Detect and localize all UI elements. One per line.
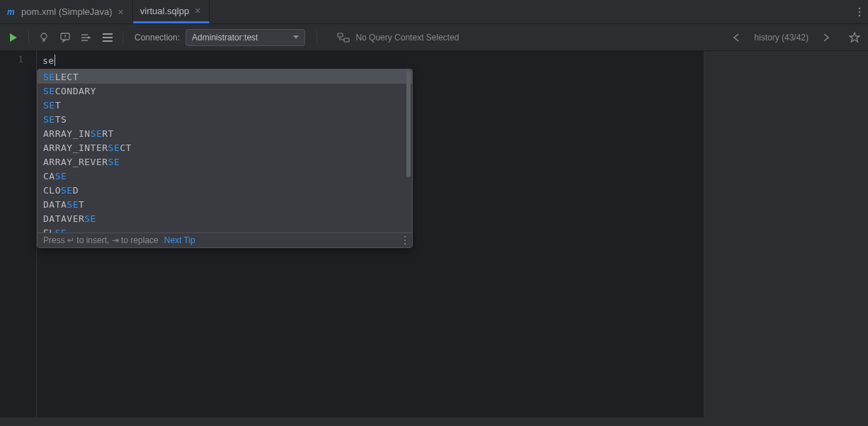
svg-point-1 [859,7,860,9]
svg-text:m: m [7,7,15,17]
svg-rect-6 [338,33,343,37]
svg-point-3 [859,14,860,16]
autocomplete-list[interactable]: SELECTSECONDARYSETSETSARRAY_INSERTARRAY_… [38,69,412,232]
right-panel [704,51,868,417]
no-context-label: No Query Context Selected [355,33,459,43]
autocomplete-item[interactable]: DATASET [38,197,412,211]
scrollbar-thumb[interactable] [406,71,411,177]
footer-more-icon[interactable] [404,235,406,245]
run-icon[interactable] [6,30,21,45]
more-icon[interactable] [851,6,868,18]
svg-rect-7 [344,38,349,42]
history-next-icon[interactable] [818,30,834,45]
menu-lines-icon[interactable] [100,30,115,45]
bulb-icon[interactable] [36,30,52,45]
footer-hint: Press ↵ to insert, ⇥ to replace [43,235,159,245]
typed-text: se [42,55,55,66]
feedback-icon[interactable] [57,30,73,45]
autocomplete-item[interactable]: SETS [38,112,412,126]
autocomplete-item[interactable]: SECONDARY [38,84,412,98]
chevron-down-icon [293,35,299,40]
autocomplete-item[interactable]: ARRAY_INTERSECT [38,140,412,155]
autocomplete-item[interactable]: CASE [38,169,412,183]
connection-value: Administrator:test [192,33,258,43]
svg-point-10 [404,243,406,245]
status-bar [0,417,868,426]
autocomplete-item[interactable]: ARRAY_REVERSE [38,155,412,169]
history-label[interactable]: history (43/42) [754,33,809,43]
connection-dropdown[interactable]: Administrator:test [185,29,305,46]
autocomplete-item[interactable]: DATAVERSE [38,211,412,225]
autocomplete-item[interactable]: SET [38,98,412,112]
autocomplete-item[interactable]: ELSE [38,225,412,232]
tab-label: virtual.sqlpp [140,6,189,16]
svg-point-4 [41,33,47,39]
caret [55,55,55,66]
gutter: 1 [0,51,37,417]
tab-bar: m pom.xml (SimpleJava) × virtual.sqlpp × [0,0,868,24]
tab-label: pom.xml (SimpleJava) [21,6,113,17]
history-prev-icon[interactable] [729,30,744,45]
autocomplete-item[interactable]: SELECT [38,69,412,84]
connection-label: Connection: [135,33,180,43]
context-icon [337,32,350,43]
svg-point-2 [859,11,860,12]
tab-pom[interactable]: m pom.xml (SimpleJava) × [0,0,133,23]
favorite-icon[interactable] [847,30,862,45]
autocomplete-footer: Press ↵ to insert, ⇥ to replace Next Tip [38,232,412,247]
next-tip-link[interactable]: Next Tip [164,235,195,245]
query-context-selector[interactable]: No Query Context Selected [337,32,459,43]
toolbar: Connection: Administrator:test No Query … [0,24,868,51]
maven-icon: m [7,7,17,17]
autocomplete-item[interactable]: CLOSED [38,183,412,197]
line-number: 1 [0,54,23,65]
close-icon[interactable]: × [117,6,125,18]
svg-point-8 [404,236,406,237]
autocomplete-item[interactable]: ARRAY_INSERT [38,126,412,140]
autocomplete-popup: SELECTSECONDARYSETSETSARRAY_INSERTARRAY_… [37,69,413,248]
tab-virtual-sqlpp[interactable]: virtual.sqlpp × [133,0,210,23]
settings-toggle-icon[interactable] [79,30,94,45]
svg-point-9 [404,240,406,241]
close-icon[interactable]: × [193,5,202,16]
